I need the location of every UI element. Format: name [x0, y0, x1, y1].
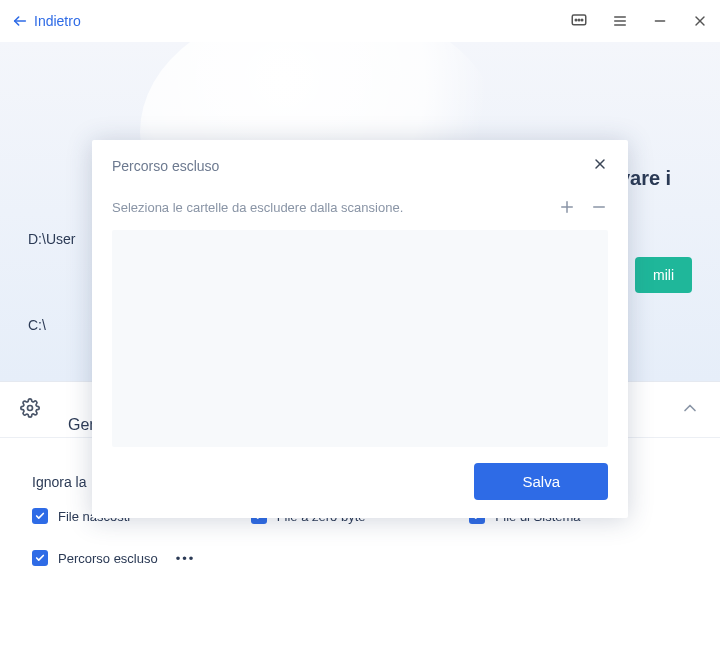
window-controls [570, 12, 708, 30]
checkbox-label: Percorso escluso [58, 551, 158, 566]
arrow-left-icon [12, 13, 28, 29]
checkbox-excluded-path[interactable]: Percorso escluso ••• [32, 550, 251, 566]
scan-button[interactable]: mili [635, 257, 692, 293]
excluded-path-modal: Percorso escluso Seleziona le cartelle d… [92, 140, 628, 518]
more-options-button[interactable]: ••• [176, 551, 196, 566]
menu-icon[interactable] [612, 13, 628, 29]
feedback-icon[interactable] [570, 12, 588, 30]
modal-title: Percorso escluso [112, 158, 219, 174]
save-button[interactable]: Salva [474, 463, 608, 500]
checkbox-icon [32, 508, 48, 524]
excluded-paths-list[interactable] [112, 230, 608, 447]
svg-point-12 [28, 405, 33, 410]
close-icon[interactable] [592, 156, 608, 176]
back-label: Indietro [34, 13, 81, 29]
back-button[interactable]: Indietro [12, 13, 81, 29]
svg-point-4 [581, 19, 583, 21]
path-item[interactable]: C:\ [28, 318, 75, 332]
svg-point-2 [575, 19, 577, 21]
svg-point-3 [578, 19, 580, 21]
checkbox-icon [32, 550, 48, 566]
remove-path-button[interactable] [590, 198, 608, 216]
chevron-up-icon[interactable] [680, 398, 700, 422]
modal-subtitle: Seleziona le cartelle da escludere dalla… [112, 200, 558, 215]
minimize-button[interactable] [652, 13, 668, 29]
path-item[interactable]: D:\User [28, 232, 75, 246]
add-path-button[interactable] [558, 198, 576, 216]
close-button[interactable] [692, 13, 708, 29]
